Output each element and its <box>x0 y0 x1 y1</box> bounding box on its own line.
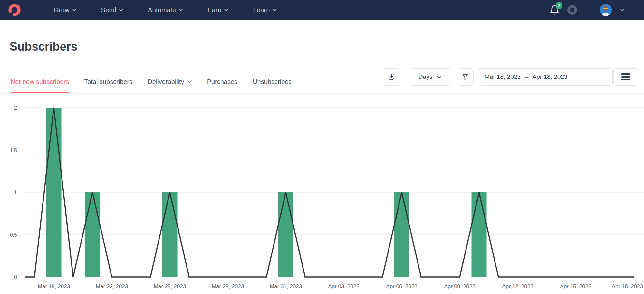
x-axis-label: Apr 18, 2023 <box>612 283 643 289</box>
tabs-divider <box>0 93 644 94</box>
avatar[interactable] <box>600 4 612 16</box>
x-axis-label: Apr 15, 2023 <box>560 283 591 289</box>
nav-item-earn[interactable]: Earn <box>207 6 228 14</box>
tab-label: Deliverability <box>148 78 184 86</box>
nav-item-label: Grow <box>54 6 70 14</box>
nav-item-label: Earn <box>207 6 221 14</box>
bar[interactable] <box>472 192 487 277</box>
bar[interactable] <box>85 192 100 277</box>
filter-icon <box>461 73 469 81</box>
x-axis-label: Apr 03, 2023 <box>328 283 359 289</box>
nav-item-label: Learn <box>253 6 270 14</box>
menu-icon <box>621 76 630 78</box>
download-icon <box>387 73 396 81</box>
top-navbar: Grow Send Automate Earn Learn <box>0 0 644 20</box>
date-range-end: Apr 18, 2023 <box>533 73 568 80</box>
chevron-down-icon <box>119 9 123 11</box>
tab-purchases[interactable]: Purchases <box>207 70 238 93</box>
chart-toolbar: Days Mar 18, 2023 – Apr 18, 2023 <box>382 68 638 86</box>
y-axis-label: 1.5 <box>10 148 17 153</box>
nav-item-label: Send <box>101 6 117 14</box>
date-range-input[interactable]: Mar 18, 2023 – Apr 18, 2023 <box>479 68 613 86</box>
page-title: Subscribers <box>10 40 77 53</box>
subscribers-dashboard: Grow Send Automate Earn Learn <box>0 0 644 294</box>
chevron-down-icon <box>224 9 228 11</box>
chevron-down-icon <box>437 76 441 78</box>
nav-item-label: Automate <box>148 6 176 14</box>
x-axis-labels: Mar 19, 2023Mar 22, 2023Mar 25, 2023Mar … <box>38 283 643 289</box>
convertkit-logo-icon[interactable] <box>8 4 21 16</box>
tab-label: Total subscribers <box>84 78 132 86</box>
nav-item-learn[interactable]: Learn <box>253 6 276 14</box>
download-button[interactable] <box>382 68 400 86</box>
nav-item-automate[interactable]: Automate <box>148 6 183 14</box>
notifications-button[interactable]: 3 <box>549 5 560 15</box>
nav-item-send[interactable]: Send <box>101 6 123 14</box>
x-axis-label: Mar 31, 2023 <box>270 283 302 289</box>
y-axis-label: 2 <box>14 105 17 111</box>
report-tabs: Net new subscribers Total subscribers De… <box>11 70 292 93</box>
tab-deliverability[interactable]: Deliverability <box>148 70 192 93</box>
bar[interactable] <box>162 192 178 277</box>
primary-nav: Grow Send Automate Earn Learn <box>54 0 277 20</box>
avatar-image <box>600 4 612 16</box>
tab-label: Purchases <box>207 78 238 86</box>
x-axis-label: Apr 09, 2023 <box>444 283 475 289</box>
chevron-down-icon <box>179 9 183 11</box>
tab-label: Net new subscribers <box>11 78 69 86</box>
x-axis-label: Apr 06, 2023 <box>386 283 417 289</box>
menu-icon <box>621 79 630 80</box>
navbar-right-cluster: 3 <box>549 0 626 20</box>
x-axis-label: Mar 19, 2023 <box>38 283 70 289</box>
subscribers-chart: 00.511.52 Mar 19, 2023Mar 22, 2023Mar 25… <box>0 103 644 294</box>
bar[interactable] <box>278 192 293 277</box>
x-axis-label: Mar 28, 2023 <box>212 283 244 289</box>
bar[interactable] <box>46 108 62 277</box>
y-axis-label: 1 <box>14 190 17 195</box>
chevron-down-icon <box>187 80 192 83</box>
interval-dropdown[interactable]: Days <box>409 68 451 86</box>
chart-gridlines <box>25 108 644 235</box>
x-axis-label: Mar 25, 2023 <box>154 283 186 289</box>
chevron-down-icon <box>273 9 277 11</box>
x-axis-label: Mar 22, 2023 <box>96 283 128 289</box>
y-axis-labels: 00.511.52 <box>10 105 17 280</box>
date-range-separator: – <box>525 73 528 80</box>
bar[interactable] <box>394 192 409 277</box>
tab-unsubscribes[interactable]: Unsubscribes <box>253 70 292 93</box>
y-axis-label: 0.5 <box>10 232 17 238</box>
menu-icon <box>621 73 630 75</box>
date-range-start: Mar 18, 2023 <box>485 73 521 80</box>
user-menu-chevron-down-icon[interactable] <box>619 7 626 13</box>
chart-menu-button[interactable] <box>613 68 638 86</box>
tab-net-new-subscribers[interactable]: Net new subscribers <box>11 70 69 93</box>
chevron-down-icon <box>72 9 76 11</box>
notifications-badge: 3 <box>556 2 562 9</box>
nav-item-grow[interactable]: Grow <box>54 6 76 14</box>
interval-value: Days <box>418 73 432 80</box>
tab-total-subscribers[interactable]: Total subscribers <box>84 70 132 93</box>
x-axis-label: Apr 12, 2023 <box>502 283 533 289</box>
y-axis-label: 0 <box>14 274 17 280</box>
filter-button[interactable] <box>457 68 474 86</box>
tab-label: Unsubscribes <box>253 78 292 86</box>
status-ring-icon[interactable] <box>567 5 577 15</box>
